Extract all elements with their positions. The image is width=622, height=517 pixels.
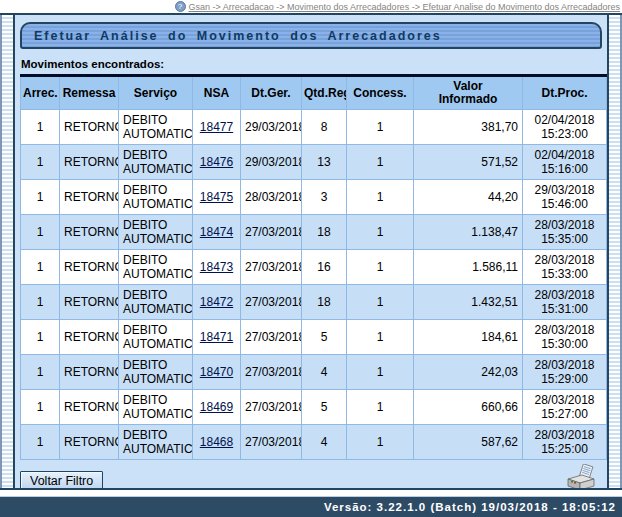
voltar-filtro-button[interactable]: Voltar Filtro xyxy=(20,471,103,489)
cell-remessa: RETORNO xyxy=(60,110,119,145)
movements-table: Arrec.RemessaServiçoNSADt.Ger.Qtd.Reg.Co… xyxy=(20,74,607,460)
nsa-link[interactable]: 18474 xyxy=(200,225,233,239)
cell-valor-informado: 660,66 xyxy=(414,390,523,425)
cell-arrecadador: 1 xyxy=(21,425,60,460)
table-row: 1RETORNODEBITO AUTOMATICO1847127/03/2018… xyxy=(21,320,607,355)
cell-valor-informado: 1.586,11 xyxy=(414,250,523,285)
column-header: Dt.Proc. xyxy=(523,76,607,110)
proc-date: 28/03/2018 xyxy=(527,358,602,372)
cell-nsa: 18476 xyxy=(193,145,241,180)
column-header: Valor Informado xyxy=(414,76,523,110)
cell-valor-informado: 381,70 xyxy=(414,110,523,145)
section-label: Movimentos encontrados: xyxy=(21,58,602,70)
proc-time: 15:31:00 xyxy=(527,302,602,316)
proc-time: 15:33:00 xyxy=(527,267,602,281)
window-frame: Efetuar Análise do Movimento dos Arrecad… xyxy=(0,13,622,490)
cell-qtd-registros: 5 xyxy=(302,390,347,425)
proc-date: 28/03/2018 xyxy=(527,323,602,337)
column-header: Serviço xyxy=(119,76,193,110)
cell-qtd-registros: 4 xyxy=(302,425,347,460)
column-header: Qtd.Reg. xyxy=(302,76,347,110)
cell-qtd-registros: 18 xyxy=(302,215,347,250)
proc-date: 02/04/2018 xyxy=(527,148,602,162)
column-header: Dt.Ger. xyxy=(241,76,302,110)
proc-date: 28/03/2018 xyxy=(527,288,602,302)
cell-nsa: 18470 xyxy=(193,355,241,390)
proc-date: 02/04/2018 xyxy=(527,113,602,127)
breadcrumb-bar: ? Gsan -> Arrecadacao -> Movimento dos A… xyxy=(0,0,622,13)
cell-nsa: 18473 xyxy=(193,250,241,285)
cell-concessionaria: 1 xyxy=(347,320,414,355)
proc-time: 15:27:00 xyxy=(527,407,602,421)
cell-arrecadador: 1 xyxy=(21,145,60,180)
cell-valor-informado: 1.138,47 xyxy=(414,215,523,250)
cell-data-geracao: 27/03/2018 xyxy=(241,250,302,285)
nsa-link[interactable]: 18476 xyxy=(200,155,233,169)
cell-nsa: 18468 xyxy=(193,425,241,460)
cell-nsa: 18469 xyxy=(193,390,241,425)
nsa-link[interactable]: 18475 xyxy=(200,190,233,204)
nsa-link[interactable]: 18468 xyxy=(200,435,233,449)
nsa-link[interactable]: 18477 xyxy=(200,120,233,134)
cell-remessa: RETORNO xyxy=(60,285,119,320)
cell-arrecadador: 1 xyxy=(21,285,60,320)
cell-nsa: 18475 xyxy=(193,180,241,215)
cell-servico: DEBITO AUTOMATICO xyxy=(119,285,193,320)
cell-servico: DEBITO AUTOMATICO xyxy=(119,425,193,460)
nsa-link[interactable]: 18472 xyxy=(200,295,233,309)
cell-concessionaria: 1 xyxy=(347,390,414,425)
cell-remessa: RETORNO xyxy=(60,425,119,460)
cell-qtd-registros: 8 xyxy=(302,110,347,145)
cell-nsa: 18472 xyxy=(193,285,241,320)
actions-row: Voltar Filtro xyxy=(20,466,602,488)
cell-data-processamento: 02/04/201815:16:00 xyxy=(523,145,607,180)
nsa-link[interactable]: 18473 xyxy=(200,260,233,274)
cell-data-geracao: 29/03/2018 xyxy=(241,110,302,145)
cell-valor-informado: 242,03 xyxy=(414,355,523,390)
cell-data-geracao: 27/03/2018 xyxy=(241,425,302,460)
cell-arrecadador: 1 xyxy=(21,320,60,355)
proc-time: 15:35:00 xyxy=(527,232,602,246)
table-row: 1RETORNODEBITO AUTOMATICO1846827/03/2018… xyxy=(21,425,607,460)
breadcrumb[interactable]: Gsan -> Arrecadacao -> Movimento dos Arr… xyxy=(189,2,620,12)
cell-qtd-registros: 3 xyxy=(302,180,347,215)
nsa-link[interactable]: 18470 xyxy=(200,365,233,379)
table-row: 1RETORNODEBITO AUTOMATICO1846927/03/2018… xyxy=(21,390,607,425)
cell-servico: DEBITO AUTOMATICO xyxy=(119,215,193,250)
proc-time: 15:29:00 xyxy=(527,372,602,386)
table-row: 1RETORNODEBITO AUTOMATICO1847427/03/2018… xyxy=(21,215,607,250)
proc-time: 15:30:00 xyxy=(527,337,602,351)
cell-concessionaria: 1 xyxy=(347,285,414,320)
cell-data-geracao: 27/03/2018 xyxy=(241,285,302,320)
column-header: NSA xyxy=(193,76,241,110)
table-row: 1RETORNODEBITO AUTOMATICO1847629/03/2018… xyxy=(21,145,607,180)
cell-servico: DEBITO AUTOMATICO xyxy=(119,390,193,425)
cell-data-geracao: 27/03/2018 xyxy=(241,355,302,390)
nsa-link[interactable]: 18469 xyxy=(200,400,233,414)
cell-data-processamento: 28/03/201815:29:00 xyxy=(523,355,607,390)
table-row: 1RETORNODEBITO AUTOMATICO1847227/03/2018… xyxy=(21,285,607,320)
nsa-link[interactable]: 18471 xyxy=(200,330,233,344)
cell-nsa: 18474 xyxy=(193,215,241,250)
column-header: Arrec. xyxy=(21,76,60,110)
cell-data-processamento: 28/03/201815:25:00 xyxy=(523,425,607,460)
cell-remessa: RETORNO xyxy=(60,390,119,425)
proc-time: 15:23:00 xyxy=(527,127,602,141)
page-title: Efetuar Análise do Movimento dos Arrecad… xyxy=(20,22,602,49)
help-icon[interactable]: ? xyxy=(175,1,186,12)
cell-valor-informado: 587,62 xyxy=(414,425,523,460)
cell-data-processamento: 28/03/201815:35:00 xyxy=(523,215,607,250)
proc-time: 15:16:00 xyxy=(527,162,602,176)
cell-valor-informado: 44,20 xyxy=(414,180,523,215)
cell-arrecadador: 1 xyxy=(21,390,60,425)
cell-nsa: 18477 xyxy=(193,110,241,145)
cell-valor-informado: 184,61 xyxy=(414,320,523,355)
table-row: 1RETORNODEBITO AUTOMATICO1847528/03/2018… xyxy=(21,180,607,215)
cell-arrecadador: 1 xyxy=(21,215,60,250)
version-text: Versão: 3.22.1.0 (Batch) 19/03/2018 - 18… xyxy=(324,501,616,513)
cell-valor-informado: 571,52 xyxy=(414,145,523,180)
cell-data-geracao: 27/03/2018 xyxy=(241,320,302,355)
cell-data-processamento: 02/04/201815:23:00 xyxy=(523,110,607,145)
printer-icon[interactable] xyxy=(564,464,598,488)
cell-arrecadador: 1 xyxy=(21,180,60,215)
